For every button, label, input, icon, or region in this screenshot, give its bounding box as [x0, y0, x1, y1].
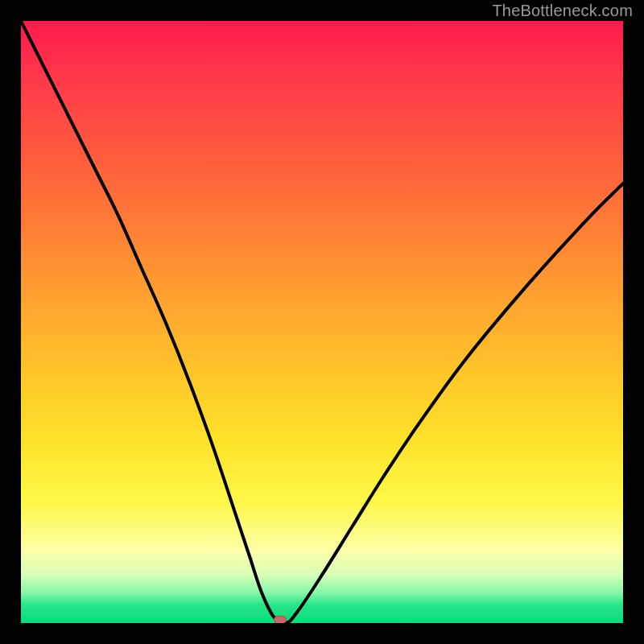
- chart-stage: TheBottleneck.com: [0, 0, 644, 644]
- plot-area: [21, 21, 623, 623]
- watermark-text: TheBottleneck.com: [492, 2, 633, 20]
- bottleneck-curve: [21, 21, 623, 623]
- optimal-point-marker: [274, 616, 287, 624]
